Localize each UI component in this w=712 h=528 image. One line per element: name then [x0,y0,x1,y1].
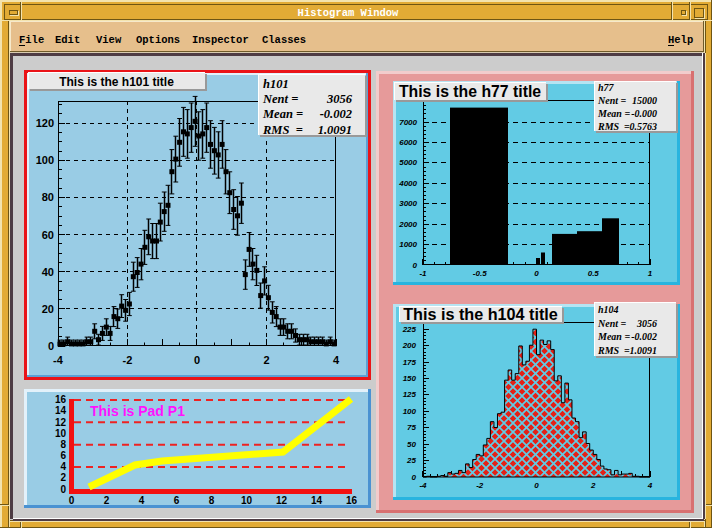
svg-text:Options: Options [136,34,180,46]
svg-text:2000: 2000 [398,220,417,229]
svg-text:100: 100 [36,154,54,166]
svg-text:0: 0 [69,495,75,506]
svg-text:6: 6 [174,495,180,506]
svg-text:4: 4 [60,461,66,472]
svg-text:2: 2 [263,354,269,366]
svg-text:3000: 3000 [399,199,417,208]
svg-text:-0.002: -0.002 [631,331,657,342]
svg-text:6: 6 [60,450,66,461]
svg-text:0: 0 [413,261,418,270]
svg-text:0: 0 [534,481,539,490]
svg-text:12: 12 [276,495,288,506]
svg-text:-0.5: -0.5 [473,269,487,278]
svg-text:-1: -1 [419,269,427,278]
svg-text:0: 0 [60,484,66,495]
svg-text:150: 150 [403,374,417,383]
svg-text:h104: h104 [598,304,619,315]
svg-text:80: 80 [42,191,54,203]
svg-text:16: 16 [346,495,358,506]
svg-text:-0.000: -0.000 [631,108,657,119]
svg-text:200: 200 [402,341,417,350]
svg-text:175: 175 [403,358,417,367]
svg-text:Mean =: Mean = [262,107,306,121]
svg-text:3056: 3056 [636,318,657,329]
svg-text:View: View [96,34,122,46]
svg-text:1.0091: 1.0091 [318,123,352,137]
svg-text:0: 0 [534,269,539,278]
svg-text:Mean =: Mean = [597,331,633,342]
svg-text:4: 4 [647,481,653,490]
svg-text:225: 225 [402,325,417,334]
svg-text:1: 1 [648,269,653,278]
svg-text:This is Pad P1: This is Pad P1 [90,403,185,419]
svg-text:2: 2 [60,472,66,483]
svg-text:Histogram Window: Histogram Window [298,7,400,19]
svg-text:File: File [19,34,44,46]
svg-text:-2: -2 [476,481,484,490]
svg-text:This is the h101 title: This is the h101 title [59,75,174,89]
svg-text:16: 16 [55,394,67,405]
svg-text:This is the h77 title: This is the h77 title [399,83,541,100]
svg-text:Edit: Edit [55,34,80,46]
svg-text:20: 20 [42,303,54,315]
svg-text:15000: 15000 [632,95,657,106]
svg-text:0.5: 0.5 [588,269,600,278]
svg-text:10: 10 [241,495,253,506]
svg-text:Inspector: Inspector [192,34,249,46]
svg-text:0: 0 [48,340,54,352]
svg-text:14: 14 [311,495,323,506]
svg-text:3056: 3056 [326,92,353,106]
svg-text:h101: h101 [263,77,289,91]
svg-text:0.5763: 0.5763 [630,121,658,132]
svg-text:Mean =: Mean = [597,108,633,119]
svg-text:RMS =: RMS = [597,345,632,356]
svg-text:Classes: Classes [262,34,306,46]
svg-text:0: 0 [412,473,417,482]
svg-text:2: 2 [590,481,596,490]
svg-text:12: 12 [55,417,67,428]
svg-text:1.0091: 1.0091 [630,345,658,356]
svg-text:8: 8 [209,495,215,506]
svg-text:Help: Help [668,34,693,46]
svg-text:Nent =: Nent = [597,318,629,329]
svg-text:5000: 5000 [399,158,417,167]
svg-text:This is the h104 title: This is the h104 title [403,305,558,323]
svg-text:25: 25 [406,456,416,465]
svg-text:14: 14 [55,405,67,416]
svg-text:6000: 6000 [399,138,417,147]
svg-text:125: 125 [403,390,417,399]
svg-text:0: 0 [194,354,200,366]
svg-text:RMS =: RMS = [597,121,632,132]
svg-text:4000: 4000 [398,179,417,188]
svg-text:4: 4 [333,354,340,366]
svg-text:75: 75 [407,423,416,432]
svg-text:1000: 1000 [399,240,417,249]
svg-text:40: 40 [42,266,54,278]
svg-text:4: 4 [139,495,145,506]
svg-text:60: 60 [42,229,54,241]
svg-text:h77: h77 [598,82,615,93]
svg-text:2: 2 [104,495,110,506]
svg-text:10: 10 [55,428,67,439]
svg-text:Nent =: Nent = [262,92,301,106]
svg-text:7000: 7000 [399,118,417,127]
svg-text:-0.002: -0.002 [320,107,352,121]
svg-text:-2: -2 [123,354,133,366]
svg-text:Nent =: Nent = [597,95,629,106]
svg-text:8: 8 [60,439,66,450]
svg-text:100: 100 [403,407,417,416]
svg-text:50: 50 [407,440,416,449]
svg-text:120: 120 [36,117,54,129]
svg-text:-4: -4 [419,481,427,490]
svg-text:RMS =: RMS = [262,123,306,137]
svg-text:-4: -4 [53,354,64,366]
